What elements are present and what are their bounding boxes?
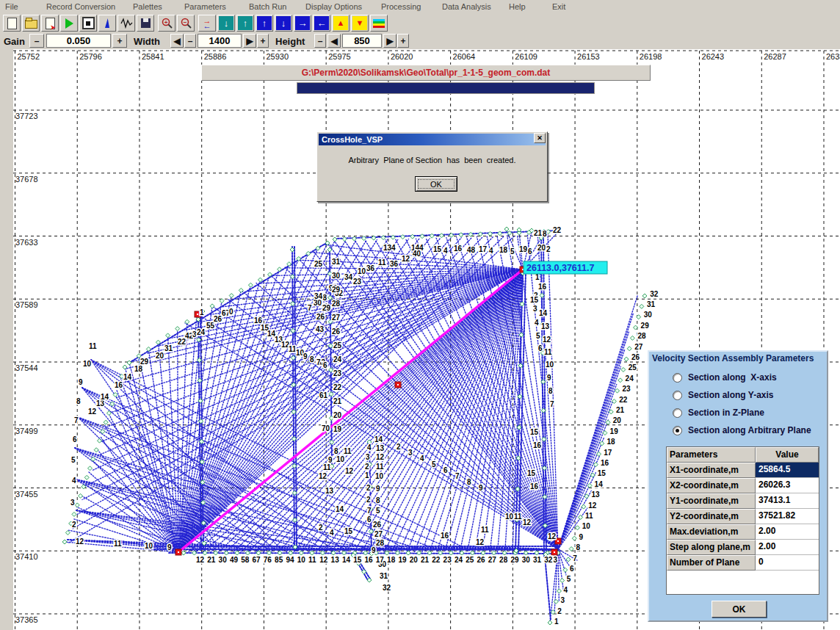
blue-down-arrow-button[interactable]: ↓ [275, 15, 292, 32]
menu-item-display-options[interactable]: Display Options [305, 2, 362, 11]
svg-text:20: 20 [156, 352, 164, 360]
height-decrease-button[interactable]: – [314, 34, 326, 48]
svg-text:31: 31 [380, 572, 388, 580]
red-triangle-down-button[interactable]: ▼ [351, 15, 369, 32]
zoom-out-button[interactable]: − [177, 15, 195, 32]
radio-label: Section along Arbitrary Plane [688, 425, 811, 435]
close-icon[interactable]: ✕ [534, 133, 546, 143]
zoom-out-icon: − [180, 18, 192, 29]
radio-button-icon [673, 391, 682, 400]
height-input[interactable] [342, 34, 382, 48]
palette-bars-button[interactable] [370, 15, 388, 32]
svg-text:12: 12 [548, 532, 557, 540]
waveform-button[interactable] [117, 15, 135, 32]
svg-text:10: 10 [336, 455, 345, 463]
svg-text:27: 27 [634, 343, 643, 351]
svg-text:31: 31 [533, 556, 542, 564]
svg-text:3: 3 [560, 596, 565, 604]
svg-text:31: 31 [332, 258, 341, 266]
svg-text:6: 6 [73, 435, 77, 443]
param-value-cell[interactable]: 26026.3 [756, 478, 819, 493]
radio-button-icon [673, 426, 682, 435]
new-file-button[interactable] [3, 15, 21, 32]
param-value-cell[interactable]: 0 [756, 555, 819, 571]
dialog-ok-button[interactable]: OK [415, 176, 457, 192]
menu-item-record-conversion[interactable]: Record Conversion [46, 2, 115, 11]
menu-item-parameters[interactable]: Parameters [184, 2, 226, 11]
menu-item-data-analysis[interactable]: Data Analysis [442, 2, 491, 11]
radio-section-along-y-axis[interactable]: Section along Y-axis [673, 390, 773, 400]
red-triangle-up-button[interactable]: ▲ [332, 15, 350, 32]
menu-item-processing[interactable]: Processing [381, 2, 421, 11]
svg-text:14: 14 [342, 556, 351, 564]
svg-text:+: + [164, 18, 167, 25]
width-decrease-button[interactable]: – [184, 34, 196, 48]
play-button[interactable] [60, 15, 78, 32]
svg-text:23: 23 [443, 556, 452, 564]
radio-section-along-x-axis[interactable]: Section along X-axis [673, 372, 777, 383]
svg-text:11: 11 [378, 258, 386, 267]
menu-item-palettes[interactable]: Palettes [133, 2, 162, 11]
svg-text:37499: 37499 [15, 427, 38, 435]
menu-item-exit[interactable]: Exit [552, 2, 565, 11]
svg-text:49: 49 [230, 556, 239, 564]
menu-item-help[interactable]: Help [509, 2, 526, 11]
blue-right-arrow-button[interactable]: → [294, 15, 311, 32]
gain-input[interactable] [46, 34, 111, 48]
svg-text:9: 9 [372, 546, 376, 554]
param-value-cell[interactable]: 2.00 [756, 540, 819, 555]
panel-ok-button[interactable]: OK [712, 601, 767, 618]
svg-text:20: 20 [537, 244, 546, 252]
svg-text:32: 32 [544, 556, 553, 564]
open-folder-button[interactable] [22, 15, 40, 32]
save-button[interactable] [137, 15, 154, 32]
svg-text:25: 25 [333, 341, 342, 350]
svg-text:26198: 26198 [640, 52, 662, 61]
teal-up-arrow-button[interactable]: ↑ [236, 15, 254, 32]
width-right-button[interactable]: ▶ [243, 34, 256, 48]
height-left-button[interactable]: ◀ [327, 34, 341, 48]
svg-text:13: 13 [331, 556, 340, 564]
table-header-row: Parameters Value [667, 447, 819, 463]
blue-left-arrow-button[interactable]: ← [313, 15, 330, 32]
svg-text:34: 34 [344, 273, 353, 281]
height-right-button[interactable]: ▶ [383, 34, 397, 48]
dialog-title-bar[interactable]: CrossHole_VSP [319, 134, 546, 145]
panel-ok-label: OK [733, 604, 746, 615]
zoom-in-button[interactable]: + [158, 15, 175, 32]
svg-text:30: 30 [522, 556, 531, 564]
width-left-button[interactable]: ◀ [170, 34, 184, 48]
table-row: Y2-coordinate,m 37521.82 [667, 509, 819, 524]
histogram-button[interactable] [98, 15, 116, 32]
param-name-cell: Y1-coordinate,m [667, 493, 756, 509]
svg-text:12: 12 [588, 502, 597, 510]
menu-item-batch-run[interactable]: Batch Run [249, 2, 286, 11]
swap-arrows-button[interactable]: →← [198, 15, 216, 32]
blue-up-arrow-button[interactable]: ↑ [256, 15, 273, 32]
param-value-cell[interactable]: 37413.1 [756, 493, 819, 509]
width-input[interactable] [198, 34, 242, 48]
gain-increase-button[interactable]: + [112, 34, 127, 48]
param-value-cell[interactable]: 37521.82 [756, 509, 819, 524]
svg-text:1: 1 [365, 471, 369, 479]
svg-text:1: 1 [554, 618, 559, 626]
radio-section-along-arbitrary-plane[interactable]: Section along Arbitrary Plane [673, 425, 811, 435]
save-as-button[interactable]: ➤ [41, 15, 59, 32]
svg-text:17: 17 [376, 556, 385, 564]
svg-text:37365: 37365 [15, 615, 38, 624]
svg-text:36: 36 [390, 260, 399, 268]
param-value-cell[interactable]: 2.00 [756, 524, 819, 540]
height-increase-button[interactable]: + [397, 34, 409, 48]
stop-button[interactable] [79, 15, 97, 32]
svg-text:30: 30 [332, 272, 341, 280]
param-value-cell[interactable]: 25864.5 [756, 463, 819, 478]
width-increase-button[interactable]: + [257, 34, 269, 48]
svg-text:13: 13 [325, 487, 334, 495]
gain-decrease-button[interactable]: – [29, 34, 44, 48]
radio-section-in-z-plane[interactable]: Section in Z-Plane [673, 408, 764, 418]
svg-text:15: 15 [344, 527, 353, 535]
svg-text:6: 6 [570, 565, 574, 573]
teal-down-arrow-button[interactable]: ↓ [217, 15, 235, 32]
menu-item-file[interactable]: File [5, 2, 18, 11]
svg-text:21: 21 [207, 556, 216, 564]
